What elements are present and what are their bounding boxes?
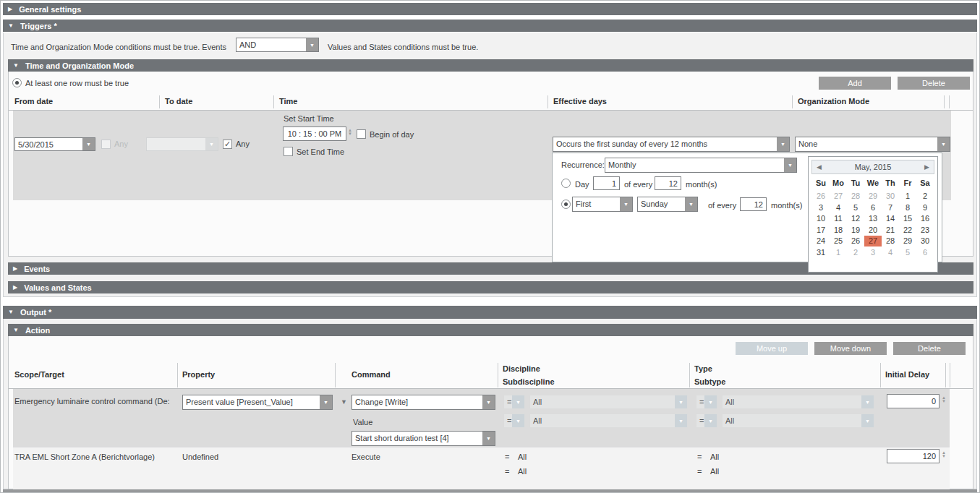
calendar-day[interactable]: 11 xyxy=(830,213,847,224)
to-date-dropdown[interactable]: ▼ xyxy=(146,137,218,151)
day-of-month-radio[interactable] xyxy=(561,179,571,188)
section-header-values-states[interactable]: ▶ Values and States xyxy=(8,281,973,293)
property-dropdown[interactable]: Present value [Present_Value] ▼ xyxy=(182,395,333,410)
section-header-time-org-mode[interactable]: ▼ Time and Organization Mode xyxy=(8,59,973,72)
recurrence-dropdown[interactable]: Monthly ▼ xyxy=(605,158,797,173)
dropdown-arrow-icon[interactable]: ▼ xyxy=(861,395,874,408)
dropdown-arrow-icon[interactable]: ▼ xyxy=(704,414,717,427)
calendar-next-icon[interactable]: ▶ xyxy=(924,163,929,171)
calendar-day[interactable]: 2 xyxy=(916,191,934,202)
initial-delay-input[interactable]: 120 xyxy=(887,449,939,463)
calendar-day[interactable]: 5 xyxy=(899,247,916,258)
dropdown-arrow-icon[interactable]: ▼ xyxy=(784,158,796,172)
calendar-day[interactable]: 28 xyxy=(847,191,864,202)
ordinal-weekday-radio[interactable] xyxy=(561,200,571,209)
dropdown-arrow-icon[interactable]: ▼ xyxy=(205,138,218,150)
calendar-day[interactable]: 27 xyxy=(864,236,882,246)
events-operator-dropdown[interactable]: AND ▼ xyxy=(236,38,319,52)
dropdown-arrow-icon[interactable]: ▼ xyxy=(482,432,495,445)
calendar-day[interactable]: 15 xyxy=(899,213,916,224)
from-any-checkbox[interactable] xyxy=(101,140,111,149)
type-operator-dropdown[interactable]: = ▼ xyxy=(696,395,717,409)
calendar-day[interactable]: 17 xyxy=(812,225,830,236)
calendar-day[interactable]: 19 xyxy=(847,225,864,236)
calendar-day[interactable]: 22 xyxy=(899,225,916,236)
calendar-day[interactable]: 8 xyxy=(899,202,916,213)
calendar-day[interactable]: 6 xyxy=(916,247,934,258)
dropdown-arrow-icon[interactable]: ▼ xyxy=(320,395,332,409)
months-input[interactable]: 12 xyxy=(655,176,681,190)
calendar-day[interactable]: 13 xyxy=(864,213,882,224)
dropdown-arrow-icon[interactable]: ▼ xyxy=(306,38,318,51)
dropdown-arrow-icon[interactable]: ▼ xyxy=(512,414,524,427)
section-header-output[interactable]: ▼ Output * xyxy=(3,306,977,319)
subdiscipline-operator-dropdown[interactable]: = ▼ xyxy=(503,413,525,428)
ordinal-dropdown[interactable]: First ▼ xyxy=(572,197,633,212)
dropdown-arrow-icon[interactable]: ▼ xyxy=(512,395,524,408)
dropdown-arrow-icon[interactable]: ▼ xyxy=(861,414,874,427)
effective-days-dropdown[interactable]: Occurs the first sunday of every 12 mont… xyxy=(553,137,790,152)
calendar-prev-icon[interactable]: ◀ xyxy=(817,163,822,171)
discipline-dropdown[interactable]: All ▼ xyxy=(529,395,688,409)
calendar-day[interactable]: 5 xyxy=(847,202,864,213)
calendar-day[interactable]: 29 xyxy=(899,236,916,246)
calendar-day[interactable]: 2 xyxy=(847,247,864,258)
start-time-input[interactable]: 10 : 15 : 00 PM xyxy=(283,127,346,141)
to-any-checkbox[interactable]: ✓ xyxy=(223,140,232,149)
section-header-triggers[interactable]: ▼ Triggers * xyxy=(3,20,977,32)
start-time-spinner[interactable]: ▲ ▼ xyxy=(348,129,352,136)
weekday-dropdown[interactable]: Sunday ▼ xyxy=(637,197,698,212)
subtype-dropdown[interactable]: All ▼ xyxy=(722,413,874,428)
from-date-dropdown[interactable]: 5/30/2015 ▼ xyxy=(14,137,95,151)
calendar-day[interactable]: 4 xyxy=(882,247,899,258)
discipline-operator-dropdown[interactable]: = ▼ xyxy=(503,395,525,409)
dropdown-arrow-icon[interactable]: ▼ xyxy=(482,395,495,409)
day-number-input[interactable]: 1 xyxy=(593,176,620,190)
initial-delay-input[interactable]: 0 xyxy=(887,394,939,408)
calendar-day[interactable]: 25 xyxy=(830,236,847,246)
calendar-day[interactable]: 29 xyxy=(864,191,882,202)
command-dropdown[interactable]: Change [Write] ▼ xyxy=(351,395,495,410)
calendar-day[interactable]: 7 xyxy=(882,202,899,213)
calendar-day[interactable]: 1 xyxy=(830,247,847,258)
calendar-day[interactable]: 30 xyxy=(882,191,899,202)
calendar-day[interactable]: 6 xyxy=(864,202,882,213)
at-least-one-row-radio[interactable] xyxy=(12,78,22,87)
spinner-down-icon[interactable]: ▼ xyxy=(942,400,946,403)
calendar-day[interactable]: 21 xyxy=(882,225,899,236)
dropdown-arrow-icon[interactable]: ▼ xyxy=(704,395,717,408)
calendar-title[interactable]: May, 2015 xyxy=(855,163,892,171)
dropdown-arrow-icon[interactable]: ▼ xyxy=(82,138,95,150)
move-up-button[interactable]: Move up xyxy=(736,342,808,355)
calendar-day[interactable]: 30 xyxy=(916,236,934,246)
calendar-day[interactable]: 26 xyxy=(847,236,864,246)
calendar-day[interactable]: 3 xyxy=(864,247,882,258)
dropdown-arrow-icon[interactable]: ▼ xyxy=(675,414,687,427)
months-input[interactable]: 12 xyxy=(740,197,767,211)
calendar-day[interactable]: 16 xyxy=(916,213,934,224)
dropdown-arrow-icon[interactable]: ▼ xyxy=(620,197,632,211)
calendar-day[interactable]: 20 xyxy=(864,225,882,236)
dropdown-arrow-icon[interactable]: ▼ xyxy=(777,137,789,151)
calendar-day[interactable]: 18 xyxy=(830,225,847,236)
calendar-day[interactable]: 9 xyxy=(916,202,934,213)
organization-mode-dropdown[interactable]: None ▼ xyxy=(795,137,950,152)
section-header-action[interactable]: ▼ Action xyxy=(8,324,973,336)
calendar-day[interactable]: 24 xyxy=(812,236,830,246)
subdiscipline-dropdown[interactable]: All ▼ xyxy=(529,413,688,428)
move-down-button[interactable]: Move down xyxy=(814,342,887,355)
section-header-general-settings[interactable]: ▶ General settings xyxy=(3,3,977,15)
delete-action-button[interactable]: Delete xyxy=(893,342,966,355)
calendar-day[interactable]: 4 xyxy=(830,202,847,213)
dropdown-arrow-icon[interactable]: ▼ xyxy=(675,395,687,408)
command-expander-icon[interactable]: ▼ xyxy=(341,398,347,406)
calendar-day[interactable]: 12 xyxy=(847,213,864,224)
calendar-day[interactable]: 28 xyxy=(882,236,899,246)
dropdown-arrow-icon[interactable]: ▼ xyxy=(685,197,697,211)
initial-delay-spinner[interactable]: ▲ ▼ xyxy=(942,451,946,458)
spinner-down-icon[interactable]: ▼ xyxy=(348,132,352,136)
calendar-day[interactable]: 23 xyxy=(916,225,934,236)
add-button[interactable]: Add xyxy=(819,77,891,90)
calendar-day[interactable]: 26 xyxy=(812,191,830,202)
calendar-day[interactable]: 27 xyxy=(830,191,847,202)
